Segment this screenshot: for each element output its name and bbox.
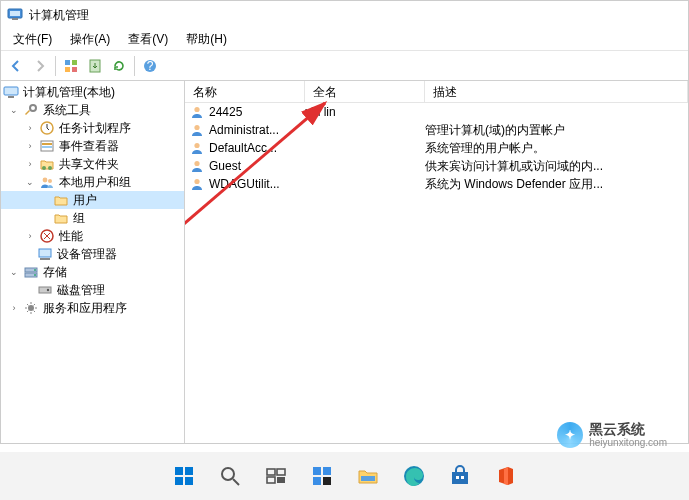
store-icon[interactable] — [440, 456, 480, 496]
device-icon — [37, 246, 53, 262]
collapse-icon[interactable]: ⌄ — [7, 265, 21, 279]
svg-rect-10 — [4, 87, 18, 95]
svg-rect-5 — [65, 67, 70, 72]
widgets-icon[interactable] — [302, 456, 342, 496]
expand-icon[interactable]: › — [23, 121, 37, 135]
help-button[interactable]: ? — [139, 55, 161, 77]
collapse-icon[interactable]: ⌄ — [23, 175, 37, 189]
tree-event-viewer[interactable]: › 事件查看器 — [1, 137, 184, 155]
tree-panel[interactable]: 计算机管理(本地) ⌄ 系统工具 › 任务计划程序 › 事件查看器 › 共享文件 — [1, 81, 185, 443]
tree-label: 设备管理器 — [55, 246, 119, 263]
explorer-icon[interactable] — [348, 456, 388, 496]
expand-icon[interactable]: › — [23, 157, 37, 171]
disk-icon — [37, 282, 53, 298]
column-name[interactable]: 名称 — [185, 81, 305, 102]
toolbar: ? — [1, 51, 688, 81]
svg-point-26 — [34, 269, 36, 271]
expand-icon[interactable]: › — [7, 301, 21, 315]
office-icon[interactable] — [486, 456, 526, 496]
tree-system-tools[interactable]: ⌄ 系统工具 — [1, 101, 184, 119]
nav-back-button[interactable] — [5, 55, 27, 77]
user-row[interactable]: Administrat... 管理计算机(域)的内置帐户 — [185, 121, 688, 139]
menu-action[interactable]: 操作(A) — [62, 29, 118, 50]
svg-point-19 — [43, 178, 48, 183]
events-icon — [39, 138, 55, 154]
user-row[interactable]: WDAGUtilit... 系统为 Windows Defender 应用... — [185, 175, 688, 193]
svg-point-29 — [47, 289, 49, 291]
tree-label: 任务计划程序 — [57, 120, 133, 137]
tree-label: 组 — [71, 210, 87, 227]
tree-disk-management[interactable]: 磁盘管理 — [1, 281, 184, 299]
tree-performance[interactable]: › 性能 — [1, 227, 184, 245]
tree-storage[interactable]: ⌄ 存储 — [1, 263, 184, 281]
export-button[interactable] — [84, 55, 106, 77]
tree-label: 用户 — [71, 192, 99, 209]
menu-view[interactable]: 查看(V) — [120, 29, 176, 50]
taskbar[interactable] — [0, 452, 689, 500]
user-icon — [189, 176, 205, 192]
nav-forward-button[interactable] — [29, 55, 51, 77]
folder-icon — [53, 210, 69, 226]
menu-help[interactable]: 帮助(H) — [178, 29, 235, 50]
user-row[interactable]: DefaultAcc... 系统管理的用户帐户。 — [185, 139, 688, 157]
column-fullname[interactable]: 全名 — [305, 81, 425, 102]
folder-icon — [53, 192, 69, 208]
row-description: 系统管理的用户帐户。 — [425, 140, 688, 157]
svg-rect-3 — [65, 60, 70, 65]
svg-rect-50 — [323, 477, 331, 485]
svg-rect-4 — [72, 60, 77, 65]
storage-icon — [23, 264, 39, 280]
computer-management-window: 计算机管理 文件(F) 操作(A) 查看(V) 帮助(H) ? 计算机管理(本地… — [0, 0, 689, 444]
list-header: 名称 全名 描述 — [185, 81, 688, 103]
svg-rect-23 — [40, 258, 50, 260]
svg-rect-45 — [267, 477, 275, 483]
tree-label: 计算机管理(本地) — [21, 84, 117, 101]
svg-rect-6 — [72, 67, 77, 72]
expand-icon[interactable]: › — [23, 139, 37, 153]
svg-rect-47 — [313, 467, 321, 475]
tree-services-apps[interactable]: › 服务和应用程序 — [1, 299, 184, 317]
svg-point-34 — [194, 161, 199, 166]
refresh-button[interactable] — [108, 55, 130, 77]
tree-root[interactable]: 计算机管理(本地) — [1, 83, 184, 101]
svg-rect-16 — [42, 146, 52, 148]
tree-shared-folders[interactable]: › 共享文件夹 — [1, 155, 184, 173]
titlebar: 计算机管理 — [1, 1, 688, 29]
tree-label: 事件查看器 — [57, 138, 121, 155]
svg-point-27 — [34, 274, 36, 276]
user-row[interactable]: Guest 供来宾访问计算机或访问域的内... — [185, 157, 688, 175]
tree-label: 系统工具 — [41, 102, 93, 119]
task-view-icon[interactable] — [256, 456, 296, 496]
svg-rect-54 — [461, 476, 464, 479]
svg-point-20 — [48, 179, 52, 183]
scope-button[interactable] — [60, 55, 82, 77]
tree-groups[interactable]: 组 — [1, 209, 184, 227]
list-panel[interactable]: 名称 全名 描述 24425 xin lin Administrat... 管理… — [185, 81, 688, 443]
tree-label: 性能 — [57, 228, 85, 245]
svg-point-41 — [222, 468, 234, 480]
tree-users[interactable]: 用户 — [1, 191, 184, 209]
menu-file[interactable]: 文件(F) — [5, 29, 60, 50]
user-row[interactable]: 24425 xin lin — [185, 103, 688, 121]
user-icon — [189, 140, 205, 156]
expand-icon[interactable]: › — [23, 229, 37, 243]
user-icon — [189, 104, 205, 120]
svg-rect-38 — [185, 467, 193, 475]
search-icon[interactable] — [210, 456, 250, 496]
svg-point-33 — [194, 143, 199, 148]
toolbar-separator — [55, 56, 56, 76]
expand-icon[interactable]: ⌄ — [7, 103, 21, 117]
edge-icon[interactable] — [394, 456, 434, 496]
column-description[interactable]: 描述 — [425, 81, 688, 102]
svg-rect-40 — [185, 477, 193, 485]
tree-device-manager[interactable]: 设备管理器 — [1, 245, 184, 263]
tree-local-users-groups[interactable]: ⌄ 本地用户和组 — [1, 173, 184, 191]
start-button[interactable] — [164, 456, 204, 496]
svg-rect-2 — [10, 11, 20, 16]
row-name: Guest — [209, 159, 305, 173]
tree-task-scheduler[interactable]: › 任务计划程序 — [1, 119, 184, 137]
row-description: 管理计算机(域)的内置帐户 — [425, 122, 688, 139]
computer-icon — [3, 84, 19, 100]
row-name: 24425 — [209, 105, 305, 119]
svg-point-30 — [28, 305, 34, 311]
